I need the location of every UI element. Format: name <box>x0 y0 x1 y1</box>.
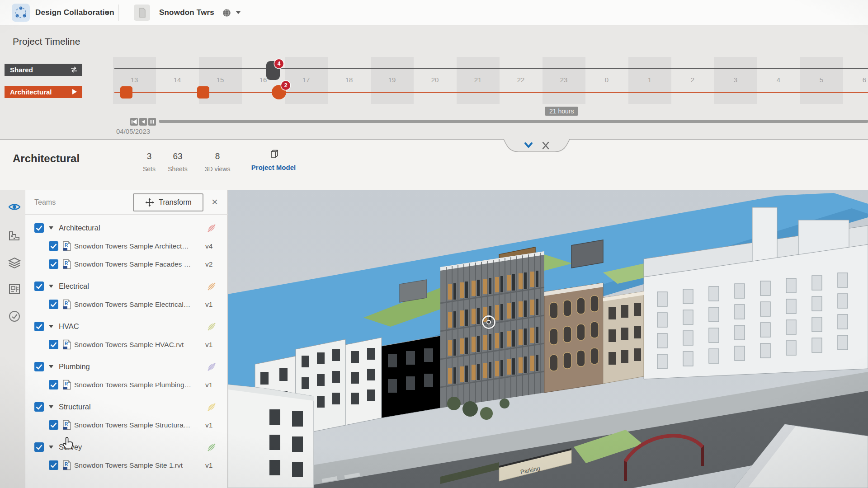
chevron-down-icon <box>523 141 534 150</box>
team-row[interactable]: Survey <box>25 438 228 456</box>
3d-viewport[interactable]: Parking <box>228 190 868 488</box>
toolbar-phases-icon[interactable] <box>8 229 21 243</box>
team-checkbox[interactable] <box>34 362 44 371</box>
timeline-tick-label: 18 <box>328 76 371 84</box>
doc-version: v1 <box>205 341 212 349</box>
doc-row[interactable]: RSnowdon Towers Sample Facades …v2 <box>25 255 228 273</box>
team-color-feather-icon[interactable] <box>206 442 217 453</box>
project-doc-icon[interactable] <box>134 5 150 21</box>
project-model-button[interactable]: Project Model <box>244 149 303 171</box>
team-row[interactable]: Plumbing <box>25 358 228 376</box>
check-icon <box>34 442 44 452</box>
shared-lane-label: Shared <box>10 66 33 74</box>
teams-panel-header: Teams Transform × <box>25 190 228 215</box>
team-name: Architectural <box>59 224 100 232</box>
timeline-tick-label: 23 <box>542 76 585 84</box>
shared-lane-line <box>114 68 868 69</box>
toolbar-layers-icon[interactable] <box>8 256 21 270</box>
team-caret-icon[interactable] <box>49 446 53 449</box>
app-icon[interactable] <box>12 4 30 22</box>
doc-version: v1 <box>205 461 212 469</box>
playback-step-back-button[interactable] <box>139 118 147 126</box>
team-color-feather-icon[interactable] <box>206 223 217 234</box>
app-menu-caret-icon[interactable] <box>105 11 109 14</box>
team-checkbox[interactable] <box>34 282 44 291</box>
project-timeline-section: Project Timeline 13141516171819202122230… <box>0 25 868 140</box>
rvt-file-icon: R <box>62 259 71 269</box>
package-marker[interactable] <box>120 86 132 99</box>
architectural-marker-badge: 2 <box>281 81 290 90</box>
team-caret-icon[interactable] <box>49 226 53 230</box>
collapse-tab-shape <box>503 139 571 154</box>
team-row[interactable]: Structural <box>25 398 228 416</box>
team-row[interactable]: Electrical <box>25 277 228 296</box>
team-caret-icon[interactable] <box>49 325 53 328</box>
team-checkbox[interactable] <box>34 442 44 452</box>
toolbar-sheet-view-icon[interactable] <box>8 282 21 296</box>
doc-checkbox[interactable] <box>49 340 58 349</box>
doc-row[interactable]: RSnowdon Towers Sample Plumbing…v1 <box>25 376 228 394</box>
playback-step-back-button-icon <box>139 118 147 126</box>
project-name[interactable]: Snowdon Twrs <box>159 0 214 25</box>
team-color-feather-icon[interactable] <box>206 321 217 332</box>
team-checkbox[interactable] <box>34 322 44 331</box>
doc-row[interactable]: RSnowdon Towers Sample Structura…v1 <box>25 416 228 434</box>
toolbar-check-circle-icon[interactable] <box>8 310 21 323</box>
doc-row[interactable]: RSnowdon Towers Sample Electrical…v1 <box>25 296 228 314</box>
doc-row[interactable]: RSnowdon Towers Sample Architect…v4 <box>25 237 228 255</box>
team-checkbox[interactable] <box>34 223 44 233</box>
playback-skip-start-button[interactable] <box>130 118 138 126</box>
lane-label-shared[interactable]: Shared <box>5 64 82 76</box>
time-tooltip: 21 hours <box>545 107 578 116</box>
doc-checkbox[interactable] <box>49 241 58 251</box>
section-divider <box>0 139 868 140</box>
doc-checkbox[interactable] <box>49 460 58 470</box>
document-icon <box>134 5 150 21</box>
svg-text:R: R <box>65 341 68 346</box>
doc-name: Snowdon Towers Sample Structura… <box>74 421 190 429</box>
timeline-tick-label: 5 <box>800 76 843 84</box>
timeline-close-button[interactable] <box>540 141 552 151</box>
team-name: Plumbing <box>59 362 90 371</box>
playback-progress-bar[interactable] <box>159 120 868 123</box>
svg-text:R: R <box>65 462 68 467</box>
team-caret-icon[interactable] <box>49 285 53 288</box>
transform-button[interactable]: Transform <box>133 193 203 211</box>
doc-row[interactable]: RSnowdon Towers Sample HVAC.rvtv1 <box>25 336 228 354</box>
timeline-tick-label: 21 <box>457 76 500 84</box>
team-checkbox[interactable] <box>34 402 44 412</box>
team-caret-icon[interactable] <box>49 365 53 368</box>
doc-checkbox[interactable] <box>49 259 58 269</box>
doc-checkbox[interactable] <box>49 300 58 309</box>
playback-skip-start-button-icon <box>130 118 138 126</box>
svg-text:R: R <box>65 422 68 427</box>
rvt-file-icon: R <box>62 460 71 470</box>
team-row[interactable]: HVAC <box>25 318 228 336</box>
architectural-lane-label: Architectural <box>10 88 52 96</box>
check-icon <box>34 223 44 233</box>
doc-checkbox[interactable] <box>49 380 58 389</box>
team-color-feather-icon[interactable] <box>206 281 217 292</box>
team-row[interactable]: Architectural <box>25 219 228 237</box>
arch-leg <box>701 445 704 466</box>
package-marker[interactable] <box>197 86 209 99</box>
team-caret-icon[interactable] <box>49 405 53 408</box>
camera-view-button[interactable] <box>482 315 495 329</box>
toolbar-visibility-icon[interactable] <box>8 200 21 214</box>
lane-label-architectural[interactable]: Architectural <box>5 86 82 98</box>
project-menu-caret-icon[interactable] <box>236 11 241 14</box>
doc-checkbox[interactable] <box>49 420 58 430</box>
playback-pause-button[interactable] <box>148 118 156 126</box>
doc-version: v1 <box>205 300 212 309</box>
team-color-feather-icon[interactable] <box>206 361 217 372</box>
team-color-feather-icon[interactable] <box>206 402 217 413</box>
architectural-lane-line <box>114 92 868 93</box>
stat-sheets[interactable]: 63Sheets <box>157 151 198 173</box>
doc-row[interactable]: RSnowdon Towers Sample Site 1.rvtv1 <box>25 456 228 474</box>
panel-close-button[interactable]: × <box>212 197 218 207</box>
check-icon <box>34 362 44 371</box>
stat-3d-views[interactable]: 83D views <box>197 151 238 173</box>
collapse-timeline-button[interactable] <box>523 141 534 151</box>
tree <box>500 399 509 408</box>
app-title[interactable]: Design Collaboration <box>35 0 114 25</box>
